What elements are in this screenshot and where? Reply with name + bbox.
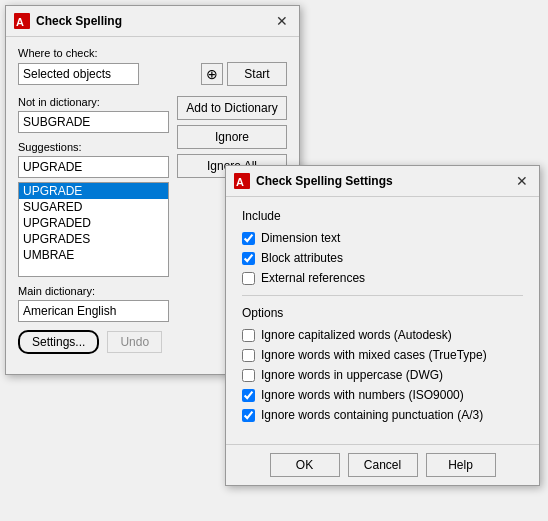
settings-footer: OK Cancel Help	[226, 444, 539, 485]
include-section-label: Include	[242, 209, 523, 223]
undo-button[interactable]: Undo	[107, 331, 162, 353]
options-section-label: Options	[242, 306, 523, 320]
dimension-text-label: Dimension text	[261, 231, 340, 245]
suggestions-label: Suggestions:	[18, 141, 169, 153]
ignore-button[interactable]: Ignore	[177, 125, 287, 149]
ignore-numbers-checkbox[interactable]	[242, 389, 255, 402]
autocad-logo-icon: A	[14, 13, 30, 29]
main-dictionary-section: Main dictionary:	[18, 285, 169, 322]
settings-button[interactable]: Settings...	[18, 330, 99, 354]
list-item[interactable]: UPGRADED	[19, 215, 168, 231]
target-icon-button[interactable]: ⊕	[201, 63, 223, 85]
option-row-2: Ignore words in uppercase (DWG)	[242, 368, 523, 382]
settings-dialog-close-button[interactable]: ✕	[513, 172, 531, 190]
ignore-uppercase-checkbox[interactable]	[242, 369, 255, 382]
add-to-dictionary-button[interactable]: Add to Dictionary	[177, 96, 287, 120]
cancel-button[interactable]: Cancel	[348, 453, 418, 477]
where-to-check-dropdown[interactable]: Selected objects Entire drawing Current …	[18, 63, 139, 85]
external-refs-row: External references	[242, 271, 523, 285]
ignore-punctuation-label: Ignore words containing punctuation (A/3…	[261, 408, 483, 422]
autocad-logo-settings-icon: A	[234, 173, 250, 189]
option-row-3: Ignore words with numbers (ISO9000)	[242, 388, 523, 402]
list-item[interactable]: UPGRADES	[19, 231, 168, 247]
external-references-checkbox[interactable]	[242, 272, 255, 285]
spell-dialog-close-button[interactable]: ✕	[273, 12, 291, 30]
not-in-dict-input[interactable]	[18, 111, 169, 133]
svg-text:A: A	[236, 176, 244, 188]
settings-separator	[242, 295, 523, 296]
settings-dialog: A Check Spelling Settings ✕ Include Dime…	[225, 165, 540, 486]
where-to-check-row: Selected objects Entire drawing Current …	[18, 62, 287, 86]
settings-dialog-title-text: Check Spelling Settings	[256, 174, 393, 188]
ok-button[interactable]: OK	[270, 453, 340, 477]
ignore-numbers-label: Ignore words with numbers (ISO9000)	[261, 388, 464, 402]
dimension-text-checkbox[interactable]	[242, 232, 255, 245]
not-in-dict-label: Not in dictionary:	[18, 96, 169, 108]
block-attributes-label: Block attributes	[261, 251, 343, 265]
block-attrs-row: Block attributes	[242, 251, 523, 265]
left-column: Not in dictionary: Suggestions: UPGRADE …	[18, 96, 169, 322]
suggestions-input[interactable]	[18, 156, 169, 178]
suggestions-listbox[interactable]: UPGRADE SUGARED UPGRADED UPGRADES UMBRAE	[18, 182, 169, 277]
option-row-0: Ignore capitalized words (Autodesk)	[242, 328, 523, 342]
ignore-mixed-cases-checkbox[interactable]	[242, 349, 255, 362]
svg-text:A: A	[16, 16, 24, 28]
spell-dialog-titlebar: A Check Spelling ✕	[6, 6, 299, 37]
help-button[interactable]: Help	[426, 453, 496, 477]
dimension-text-row: Dimension text	[242, 231, 523, 245]
settings-dialog-titlebar: A Check Spelling Settings ✕	[226, 166, 539, 197]
spell-dialog-title: A Check Spelling	[14, 13, 122, 29]
list-item[interactable]: UPGRADE	[19, 183, 168, 199]
main-dict-label: Main dictionary:	[18, 285, 169, 297]
ignore-mixed-cases-label: Ignore words with mixed cases (TrueType)	[261, 348, 487, 362]
ignore-capitalized-checkbox[interactable]	[242, 329, 255, 342]
option-row-4: Ignore words containing punctuation (A/3…	[242, 408, 523, 422]
settings-content: Include Dimension text Block attributes …	[226, 197, 539, 444]
option-row-1: Ignore words with mixed cases (TrueType)	[242, 348, 523, 362]
spell-dialog-title-text: Check Spelling	[36, 14, 122, 28]
start-button[interactable]: Start	[227, 62, 287, 86]
where-to-check-wrapper: Selected objects Entire drawing Current …	[18, 63, 197, 85]
block-attributes-checkbox[interactable]	[242, 252, 255, 265]
list-item[interactable]: SUGARED	[19, 199, 168, 215]
ignore-capitalized-label: Ignore capitalized words (Autodesk)	[261, 328, 452, 342]
ignore-uppercase-label: Ignore words in uppercase (DWG)	[261, 368, 443, 382]
ignore-punctuation-checkbox[interactable]	[242, 409, 255, 422]
main-dict-input[interactable]	[18, 300, 169, 322]
list-item[interactable]: UMBRAE	[19, 247, 168, 263]
settings-dialog-title: A Check Spelling Settings	[234, 173, 393, 189]
where-to-check-label: Where to check:	[18, 47, 287, 59]
external-references-label: External references	[261, 271, 365, 285]
